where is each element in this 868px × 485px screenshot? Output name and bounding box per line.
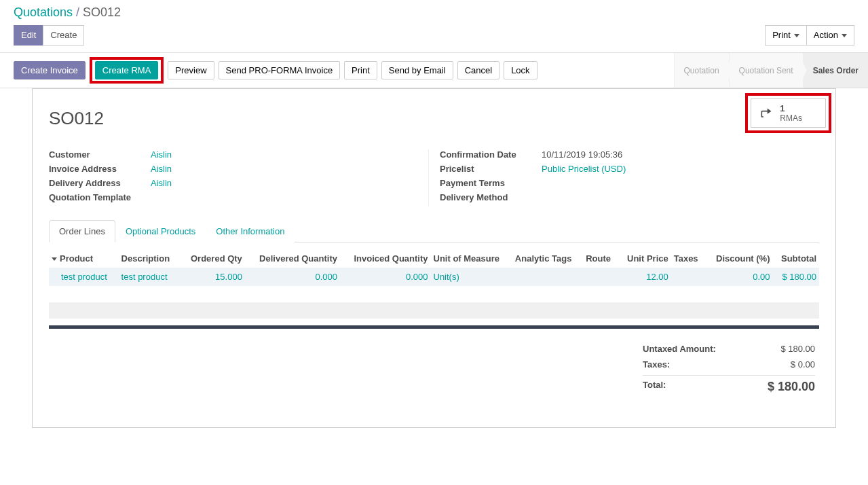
highlight-rmas-stat: 1 RMAs bbox=[745, 93, 831, 133]
create-rma-button[interactable]: Create RMA bbox=[95, 61, 159, 79]
table-row[interactable]: test product test product 15.000 0.000 0… bbox=[49, 268, 819, 286]
col-invoiced-qty[interactable]: Invoiced Quantity bbox=[340, 249, 431, 268]
line-unit-price: 12.00 bbox=[646, 272, 668, 282]
line-subtotal: $ 180.00 bbox=[782, 272, 816, 282]
breadcrumb: Quotations / SO012 bbox=[14, 5, 854, 20]
confirmation-date-value: 10/11/2019 19:05:36 bbox=[542, 149, 808, 160]
status-sales-order: Sales Order bbox=[803, 53, 868, 88]
col-product[interactable]: Product bbox=[49, 249, 119, 268]
breadcrumb-current: SO012 bbox=[83, 5, 121, 19]
cancel-button[interactable]: Cancel bbox=[457, 61, 499, 79]
rmas-label: RMAs bbox=[780, 113, 802, 123]
line-analytic-tags bbox=[512, 268, 583, 286]
edit-button[interactable]: Edit bbox=[14, 25, 43, 46]
table-footer-spacer bbox=[49, 302, 819, 319]
order-lines-table: Product Description Ordered Qty Delivere… bbox=[49, 249, 819, 319]
taxes-value: $ 0.00 bbox=[791, 359, 815, 370]
section-divider bbox=[49, 325, 819, 329]
col-delivered-qty[interactable]: Delivered Quantity bbox=[245, 249, 340, 268]
invoice-address-label: Invoice Address bbox=[49, 164, 151, 174]
delivery-address-label: Delivery Address bbox=[49, 178, 151, 188]
create-button[interactable]: Create bbox=[43, 25, 84, 46]
tab-order-lines[interactable]: Order Lines bbox=[49, 220, 115, 242]
tab-optional-products[interactable]: Optional Products bbox=[115, 220, 206, 242]
line-description[interactable]: test product bbox=[121, 272, 168, 282]
line-ordered-qty: 15.000 bbox=[215, 272, 242, 282]
col-route[interactable]: Route bbox=[583, 249, 618, 268]
col-taxes[interactable]: Taxes bbox=[671, 249, 705, 268]
pricelist-label: Pricelist bbox=[440, 164, 542, 174]
tabs: Order Lines Optional Products Other Info… bbox=[49, 220, 819, 242]
total-label: Total: bbox=[643, 380, 666, 394]
line-product[interactable]: test product bbox=[61, 272, 107, 282]
total-value: $ 180.00 bbox=[768, 380, 815, 394]
send-proforma-button[interactable]: Send PRO-FORMA Invoice bbox=[219, 61, 341, 79]
print-button[interactable]: Print bbox=[344, 61, 377, 79]
send-email-button[interactable]: Send by Email bbox=[381, 61, 453, 79]
payment-terms-value bbox=[542, 178, 808, 188]
share-arrow-icon bbox=[759, 107, 773, 120]
caret-down-icon bbox=[794, 34, 799, 37]
customer-label: Customer bbox=[49, 149, 151, 160]
lock-button[interactable]: Lock bbox=[504, 61, 537, 79]
status-quotation: Quotation bbox=[674, 53, 729, 88]
caret-down-icon bbox=[52, 257, 57, 261]
col-ordered-qty[interactable]: Ordered Qty bbox=[180, 249, 245, 268]
print-dropdown[interactable]: Print bbox=[765, 25, 807, 46]
form-sheet: 1 RMAs SO012 CustomerAislin Invoice Addr… bbox=[32, 88, 836, 428]
delivery-address-value[interactable]: Aislin bbox=[151, 178, 417, 188]
highlight-create-rma: Create RMA bbox=[90, 57, 164, 84]
line-taxes bbox=[671, 268, 705, 286]
record-title: SO012 bbox=[49, 108, 819, 129]
breadcrumb-root[interactable]: Quotations bbox=[14, 5, 73, 19]
action-dropdown[interactable]: Action bbox=[806, 25, 854, 46]
line-route bbox=[583, 268, 618, 286]
quotation-template-value bbox=[151, 192, 417, 202]
status-bar: Quotation Quotation Sent Sales Order bbox=[674, 53, 868, 88]
create-invoice-button[interactable]: Create Invoice bbox=[14, 61, 86, 79]
line-delivered-qty: 0.000 bbox=[315, 272, 337, 282]
col-description[interactable]: Description bbox=[119, 249, 181, 268]
rmas-stat-button[interactable]: 1 RMAs bbox=[751, 98, 826, 128]
untaxed-amount-value: $ 180.00 bbox=[780, 344, 815, 354]
taxes-label: Taxes: bbox=[643, 359, 670, 370]
status-quotation-sent: Quotation Sent bbox=[729, 53, 803, 88]
rmas-count: 1 bbox=[780, 103, 802, 113]
preview-button[interactable]: Preview bbox=[168, 61, 214, 79]
payment-terms-label: Payment Terms bbox=[440, 178, 542, 188]
delivery-method-label: Delivery Method bbox=[440, 192, 542, 202]
line-uom[interactable]: Unit(s) bbox=[434, 272, 459, 282]
caret-down-icon bbox=[842, 34, 847, 37]
totals-block: Untaxed Amount:$ 180.00 Taxes:$ 0.00 Tot… bbox=[643, 341, 819, 397]
col-discount[interactable]: Discount (%) bbox=[705, 249, 773, 268]
invoice-address-value[interactable]: Aislin bbox=[151, 164, 417, 174]
line-invoiced-qty: 0.000 bbox=[406, 272, 428, 282]
col-uom[interactable]: Unit of Measure bbox=[431, 249, 512, 268]
tab-other-information[interactable]: Other Information bbox=[206, 220, 295, 242]
line-discount: 0.00 bbox=[753, 272, 770, 282]
customer-value[interactable]: Aislin bbox=[151, 149, 417, 160]
quotation-template-label: Quotation Template bbox=[49, 192, 151, 202]
col-unit-price[interactable]: Unit Price bbox=[618, 249, 671, 268]
delivery-method-value bbox=[542, 192, 808, 202]
col-analytic-tags[interactable]: Analytic Tags bbox=[512, 249, 583, 268]
untaxed-amount-label: Untaxed Amount: bbox=[643, 344, 716, 354]
confirmation-date-label: Confirmation Date bbox=[440, 149, 542, 160]
pricelist-value[interactable]: Public Pricelist (USD) bbox=[542, 164, 808, 174]
col-subtotal[interactable]: Subtotal bbox=[773, 249, 820, 268]
